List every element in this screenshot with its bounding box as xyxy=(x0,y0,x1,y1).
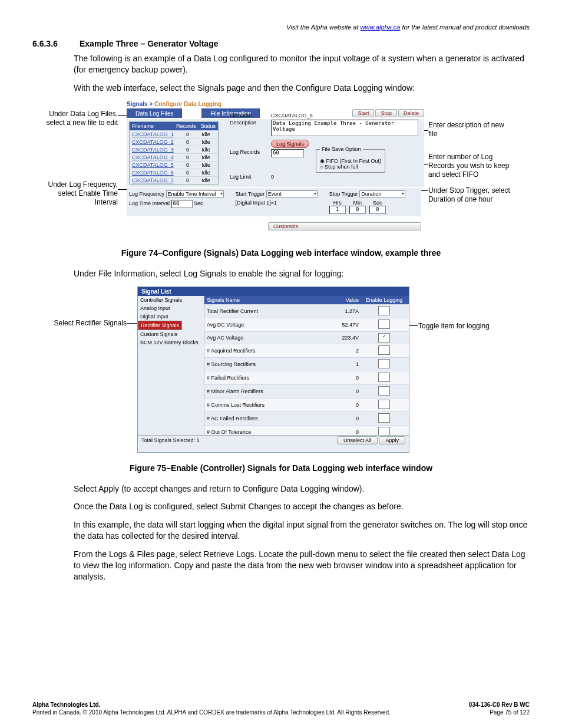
footer-copyright: Printed in Canada. © 2010 Alpha Technolo… xyxy=(32,709,391,716)
tab-data-log-files[interactable]: Data Log Files xyxy=(127,108,182,118)
log-time-interval-input[interactable]: 60 xyxy=(171,200,193,208)
category-item-selected[interactable]: Rectifier Signals xyxy=(138,321,182,330)
start-trigger-sub: [Digital Input 1]=1 xyxy=(236,200,318,206)
header-note-post: for the latest manual and product downlo… xyxy=(400,24,530,31)
callout: Under Stop Trigger, select Duration of o… xyxy=(428,186,511,204)
paragraph: In this example, the data will start log… xyxy=(74,519,530,542)
customize-button[interactable]: Customize xyxy=(268,222,421,230)
col-value: Value xyxy=(321,296,361,304)
signal-row: # Acquired Rectifiers2 xyxy=(204,344,409,357)
filename-value: CXCDATALOG_5 xyxy=(271,113,313,118)
data-log-files-table: Filename Records Status CXCDATALOG_10Idl… xyxy=(129,121,219,185)
signal-row: Total Rectifier Current1.27A xyxy=(204,304,409,318)
total-signals-selected: Total Signals Selected: 1 xyxy=(141,437,200,443)
breadcrumb: Signals > Configure Data Logging xyxy=(127,101,424,108)
signal-row: # Sourcing Rectifiers1 xyxy=(204,357,409,371)
paragraph: The following is an example of a Data Lo… xyxy=(74,53,530,75)
col-records: Records xyxy=(174,122,199,130)
enable-logging-checkbox[interactable] xyxy=(378,427,390,435)
fifo-radio[interactable]: ◉ FIFO (First In First Out) xyxy=(320,158,381,164)
unselect-all-button[interactable]: Unselect All xyxy=(337,436,378,444)
connector-line xyxy=(127,323,137,324)
file-information-panel: FilenameCXCDATALOG_5 DescriptionData Log… xyxy=(230,111,418,181)
signal-row: # AC Failed Rectifiers0 xyxy=(204,411,409,425)
paragraph: Under File Information, select Log Signa… xyxy=(74,268,530,279)
category-item[interactable]: Digital Input xyxy=(138,312,204,321)
category-item[interactable]: BCM 12V Battery Blocks xyxy=(138,338,204,347)
section-title: Example Three – Generator Voltage xyxy=(80,39,219,48)
footer-page: Page 75 of 122 xyxy=(490,709,530,716)
enable-logging-checkbox[interactable] xyxy=(378,345,390,355)
hrs-input[interactable]: 1 xyxy=(329,206,346,214)
signal-category-list: Controller Signals Analog Input Digital … xyxy=(138,296,204,435)
enable-logging-checkbox[interactable] xyxy=(378,306,390,315)
description-input[interactable]: Data Logging Example Three - Generator V… xyxy=(271,120,418,136)
callout: Enter number of Log Records you wish to … xyxy=(428,153,511,179)
sec-input[interactable]: 0 xyxy=(369,206,386,214)
enable-logging-checkbox[interactable] xyxy=(378,359,390,368)
figure-75-screenshot: Select Rectifier Signals Toggle item for… xyxy=(32,286,530,457)
paragraph: Once the Data Log is configured, select … xyxy=(74,501,530,512)
signal-row: # Out Of Tolerance0 xyxy=(204,425,409,435)
paragraph: With the web interface, select the Signa… xyxy=(74,83,530,94)
callout: Under Log Frequency, select Enable Time … xyxy=(35,180,118,207)
enable-logging-checkbox[interactable] xyxy=(378,400,390,409)
figure-74-caption: Figure 74–Configure (Signals) Data Loggi… xyxy=(32,248,530,258)
data-log-file-row[interactable]: CXCDATALOG_10Idle xyxy=(130,130,218,138)
section-heading: 6.6.3.6 Example Three – Generator Voltag… xyxy=(32,39,530,48)
callout: Under Data Log Files, select a new file … xyxy=(35,110,118,127)
signal-row: # Comms Lost Rectifiers0 xyxy=(204,398,409,411)
data-log-file-row[interactable]: CXCDATALOG_20Idle xyxy=(130,138,218,146)
callout: Select Rectifier Signals xyxy=(38,319,127,327)
data-log-file-row[interactable]: CXCDATALOG_30Idle xyxy=(130,146,218,153)
stop-when-full-radio[interactable]: ○ Stop when full xyxy=(320,164,381,170)
log-signals-button[interactable]: Log Signals xyxy=(271,140,309,148)
callout: Enter description of new file xyxy=(428,121,511,139)
min-input[interactable]: 0 xyxy=(349,206,366,214)
figure-74-screenshot: Under Data Log Files, select a new file … xyxy=(32,101,530,242)
file-save-option-group: File Save Option ◉ FIFO (First In First … xyxy=(316,149,385,173)
header-note-pre: Visit the Alpha website at xyxy=(286,24,360,31)
figure-75-caption: Figure 75–Enable (Controller) Signals fo… xyxy=(32,463,530,473)
footer-company: Alpha Technologies Ltd. xyxy=(32,701,100,709)
log-records-input[interactable]: 60 xyxy=(271,149,304,157)
stop-trigger-select[interactable]: Duration xyxy=(359,190,405,197)
signal-list-title: Signal List xyxy=(138,287,409,296)
signal-row: # Failed Rectifiers0 xyxy=(204,371,409,384)
data-log-file-row[interactable]: CXCDATALOG_70Idle xyxy=(130,176,218,184)
enable-logging-checkbox[interactable] xyxy=(378,319,390,329)
start-trigger-select[interactable]: Event xyxy=(266,190,318,197)
col-signals-name: Signals Name xyxy=(204,296,321,304)
category-item[interactable]: Analog Input xyxy=(138,304,204,312)
signal-row: Avg AC Voltage223.4V xyxy=(204,331,409,344)
signal-row: Avg DC Voltage52.47V xyxy=(204,318,409,331)
data-log-file-row[interactable]: CXCDATALOG_40Idle xyxy=(130,153,218,161)
log-frequency-select[interactable]: Enable Time Interval xyxy=(166,190,224,197)
alpha-link[interactable]: www.alpha.ca xyxy=(361,24,401,31)
paragraph: Select Apply (to accept changes and retu… xyxy=(74,483,530,495)
col-filename: Filename xyxy=(130,122,174,130)
col-status: Status xyxy=(198,122,218,130)
enable-logging-checkbox[interactable] xyxy=(378,413,390,423)
enable-logging-checkbox[interactable] xyxy=(378,386,390,396)
callout: Toggle item for logging xyxy=(418,322,507,330)
col-enable-logging: Enable Logging xyxy=(361,296,407,304)
category-item[interactable]: Controller Signals xyxy=(138,296,204,304)
signal-row: # Minor Alarm Rectifiers0 xyxy=(204,384,409,398)
category-item[interactable]: Custom Signals xyxy=(138,330,204,338)
enable-logging-checkbox[interactable] xyxy=(378,373,390,382)
footer-doc: 034-136-C0 Rev B WC xyxy=(469,701,530,709)
header-note: Visit the Alpha website at www.alpha.ca … xyxy=(32,24,530,31)
log-limit-value: 0 xyxy=(271,174,274,180)
data-log-file-row[interactable]: CXCDATALOG_50Idle xyxy=(130,161,218,169)
section-number: 6.6.3.6 xyxy=(32,39,68,48)
enable-logging-checkbox[interactable] xyxy=(378,333,390,342)
paragraph: From the Logs & Files page, select Retri… xyxy=(74,549,530,582)
data-log-file-row[interactable]: CXCDATALOG_60Idle xyxy=(130,169,218,176)
apply-button[interactable]: Apply xyxy=(379,436,405,444)
page-footer: Alpha Technologies Ltd. 034-136-C0 Rev B… xyxy=(32,701,530,716)
